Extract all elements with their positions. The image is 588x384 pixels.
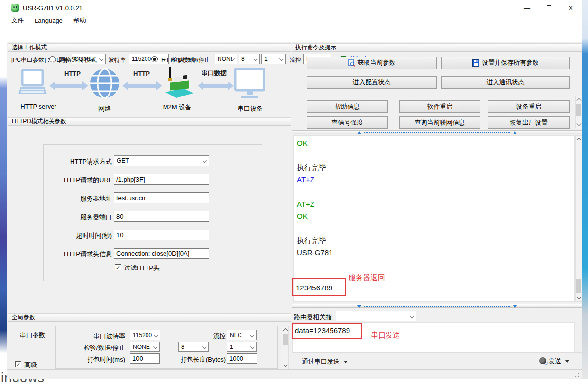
node-caption: 网络 — [90, 104, 119, 113]
save-params-button[interactable]: 设置并保存所有参数 — [441, 57, 570, 69]
radio-httpd-mode[interactable] — [151, 56, 158, 62]
app-logo-icon — [11, 4, 19, 12]
http-header-field[interactable] — [114, 248, 209, 259]
httpd-params-header: HTTPD模式相关参数 — [8, 117, 291, 126]
laptop-icon — [18, 69, 48, 100]
left-panel: 选择工作模式 网络透传模式 HTTPD模式 — [8, 42, 291, 369]
chevron-down-icon — [203, 159, 207, 163]
menu-file[interactable]: 文件 — [11, 16, 24, 25]
signal-strength-button[interactable]: 查信号强度 — [307, 116, 388, 129]
menu-language[interactable]: Language — [35, 17, 63, 24]
chevron-down-icon — [202, 345, 206, 349]
get-params-button[interactable]: 获取当前参数 — [307, 57, 437, 69]
serial-toolbar: [PC串口参数] : 串口号 COM15 波特率 115200 检验/数据/停止… — [7, 26, 582, 42]
scroll-thumb[interactable] — [283, 334, 288, 345]
log-line: AT+Z — [297, 175, 314, 184]
log-line: 执行完毕 — [297, 163, 326, 173]
http-method-select[interactable]: GET — [114, 155, 209, 166]
background-window-right-strip — [582, 0, 588, 384]
field-label: 服务器端口 — [18, 213, 112, 222]
g-databits-select[interactable]: 8 — [178, 342, 209, 352]
app-window: USR-G781 V1.0.0.21 — ✕ 文件 Language 帮助 [P… — [7, 0, 582, 379]
chevron-down-icon — [250, 345, 254, 349]
buttons-scrollbar[interactable] — [575, 96, 582, 128]
server-port-field[interactable] — [114, 211, 209, 222]
global-scrollbar[interactable] — [282, 326, 289, 369]
arrow-http-2-icon — [122, 81, 162, 90]
log-scrollbar[interactable] — [575, 135, 582, 302]
log-output-area[interactable]: OK 执行完毕 AT+Z AT+Z OK 执行完毕 USR-G781 — [293, 135, 575, 302]
log-line: USR-G781 — [297, 249, 332, 257]
server-address-field[interactable] — [114, 192, 209, 203]
pack-len-label: 打包长度(Bytes) — [180, 355, 226, 364]
chevron-down-icon — [250, 333, 254, 337]
device-restart-button[interactable]: 设备重启 — [488, 100, 570, 113]
chevron-down-icon — [153, 345, 157, 349]
splitter-arrow-icon — [513, 305, 517, 308]
splitter-bottom[interactable] — [292, 304, 582, 308]
field-label: 超时时间(秒) — [18, 231, 112, 240]
send-via-serial-button[interactable]: 通过串口发送 — [302, 357, 348, 366]
g-flow-select[interactable]: NFC — [227, 330, 257, 340]
send-bar: 通过串口发送 发送 — [292, 352, 582, 368]
g-baud-label: 串口波特率 — [62, 332, 125, 341]
field-label: 服务器地址 — [18, 194, 112, 203]
enter-comm-button[interactable]: 进入通讯状态 — [441, 76, 570, 89]
maximize-icon — [547, 5, 551, 10]
scroll-up-icon[interactable] — [577, 98, 582, 103]
log-line: AT+Z — [297, 200, 314, 208]
scroll-down-icon[interactable] — [577, 295, 582, 300]
scroll-thumb[interactable] — [576, 279, 581, 293]
menu-help[interactable]: 帮助 — [74, 16, 86, 25]
background-bottom-strip — [0, 379, 588, 384]
pack-len-field[interactable] — [227, 353, 257, 364]
right-panel: 执行命令及提示 获取当前参数 设置并保存所有参数 进入配置状态 进入通讯状态 帮… — [292, 42, 582, 369]
http-url-field[interactable] — [114, 174, 209, 185]
scroll-up-icon[interactable] — [577, 138, 582, 143]
advanced-checkbox[interactable]: ✓ — [15, 361, 21, 367]
close-button[interactable]: ✕ — [560, 0, 582, 15]
router-cmd-select[interactable] — [336, 311, 416, 321]
enter-config-button[interactable]: 进入配置状态 — [307, 76, 437, 89]
m2m-device-icon — [164, 64, 196, 101]
factory-reset-button[interactable]: 恢复出厂设置 — [488, 116, 570, 129]
send-button[interactable]: 发送 — [539, 357, 569, 365]
radio-httpd-label[interactable]: HTTPD模式 — [161, 56, 195, 64]
annotation-serial-send: 串口发送 — [371, 331, 400, 340]
g-stopbits-select[interactable]: 1 — [227, 342, 257, 352]
timeout-field[interactable] — [114, 230, 209, 240]
pack-time-label: 打包时间(ms) — [62, 355, 125, 364]
help-info-button[interactable]: 帮助信息 — [307, 100, 388, 113]
background-window-left-strip — [0, 0, 7, 384]
node-caption: 串口设备 — [233, 104, 267, 113]
menubar: 文件 Language 帮助 — [7, 15, 582, 26]
chevron-down-icon — [154, 333, 158, 337]
filter-http-checkbox[interactable]: ✓ — [115, 264, 121, 270]
node-caption: HTTP server — [16, 103, 61, 110]
minimize-button[interactable]: — — [516, 0, 538, 15]
radio-transparent-mode[interactable] — [49, 56, 55, 62]
scroll-thumb[interactable] — [576, 104, 581, 116]
g-parity-select[interactable]: NONE — [130, 342, 160, 352]
radio-transparent-label[interactable]: 网络透传模式 — [59, 56, 97, 64]
dropdown-arrow-icon — [344, 361, 348, 363]
chevron-down-icon — [410, 314, 414, 318]
splitter-arrow-icon — [357, 131, 361, 134]
g-baud-select[interactable]: 115200 — [130, 330, 160, 340]
g-pds-label: 检验/数据/停止 — [62, 344, 125, 352]
maximize-button[interactable] — [538, 0, 560, 15]
globe-icon — [90, 67, 120, 100]
annotation-server-return: 服务器返回 — [349, 273, 385, 283]
net-info-button[interactable]: 查询当前联网信息 — [399, 116, 480, 129]
pack-time-field[interactable] — [130, 353, 160, 364]
scroll-down-icon[interactable] — [577, 121, 582, 126]
scroll-up-icon[interactable] — [283, 328, 288, 333]
splitter-top[interactable] — [292, 130, 582, 134]
speaker-icon — [539, 357, 546, 364]
resize-grip-icon[interactable] — [575, 372, 580, 377]
soft-restart-button[interactable]: 软件重启 — [399, 100, 480, 113]
arrow-serial-icon — [198, 81, 234, 90]
filter-http-label: 过滤HTTP头 — [124, 264, 160, 272]
scroll-down-icon[interactable] — [283, 363, 288, 367]
link-label: HTTP — [59, 70, 86, 77]
